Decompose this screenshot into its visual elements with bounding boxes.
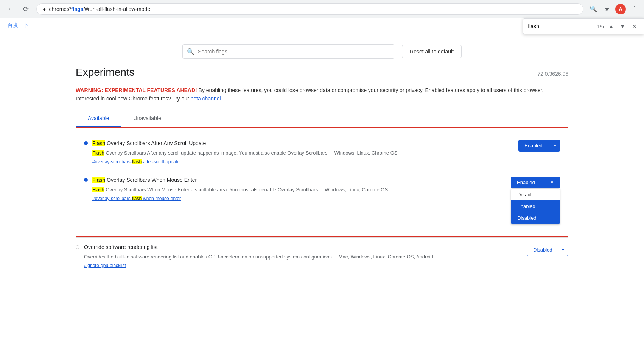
flag-link-highlight-2: flash (132, 196, 142, 201)
flag-dropdown-open-header-2[interactable]: Enabled (511, 177, 560, 188)
flag-item-1: Flash Overlay Scrollbars After Any Scrol… (84, 134, 560, 170)
flag-title-highlight-2: Flash (92, 177, 105, 183)
address-bar[interactable]: ● chrome://flags/#run-all-flash-in-allow… (36, 3, 583, 15)
warning-prefix: WARNING: EXPERIMENTAL FEATURES AHEAD! (76, 87, 197, 93)
tab-available[interactable]: Available (76, 111, 121, 127)
highlighted-flags-wrapper: Flash Overlay Scrollbars After Any Scrol… (76, 127, 568, 237)
search-icon: 🔍 (187, 48, 194, 55)
find-prev-button[interactable]: ▲ (607, 22, 615, 31)
version-number: 72.0.3626.96 (537, 71, 568, 77)
find-bar: 1/6 ▲ ▼ ✕ (523, 18, 644, 34)
flag-control-1: Enabled (518, 140, 560, 152)
tabs-row: Available Unavailable (76, 111, 568, 127)
flag-title-1: Flash Overlay Scrollbars After Any Scrol… (92, 140, 514, 147)
flag-link-2: #overlay-scrollbars-flash-when-mouse-ent… (92, 195, 506, 201)
experiments-title: Experiments (76, 66, 135, 78)
flag-desc-3: Overrides the built-in software renderin… (84, 253, 522, 261)
flag-title-2: Flash Overlay Scrollbars When Mouse Ente… (92, 177, 506, 184)
flag-desc-highlight-1: Flash (92, 150, 104, 156)
search-icon-button[interactable]: 🔍 (588, 4, 599, 14)
flag-dot-3 (76, 245, 79, 249)
flag-content-1: Flash Overlay Scrollbars After Any Scrol… (92, 140, 514, 164)
flag-link-prefix-1[interactable]: #overlay-scrollbars-flash-after-scroll-u… (92, 159, 180, 164)
profile-avatar: A (615, 4, 626, 14)
menu-button[interactable]: ⋮ (629, 4, 639, 14)
flag-content-2: Flash Overlay Scrollbars When Mouse Ente… (92, 177, 506, 201)
warning-body: By enabling these features, you could lo… (199, 87, 544, 93)
beta-channel-link[interactable]: beta channel (190, 95, 221, 102)
toolbar-icons: 🔍 ★ A ⋮ (588, 4, 639, 14)
flag-content-3: Override software rendering list Overrid… (84, 244, 522, 268)
dropdown-option-disabled-2[interactable]: Disabled (511, 212, 560, 224)
address-text: chrome://flags/#run-all-flash-in-allow-m… (49, 6, 577, 12)
interest-suffix: . (222, 95, 224, 102)
dropdown-option-default-2[interactable]: Default (511, 189, 560, 200)
flag-item-2: Flash Overlay Scrollbars When Mouse Ente… (84, 170, 560, 230)
profile-button[interactable]: A (615, 4, 626, 14)
dropdown-option-enabled-2[interactable]: Enabled (511, 200, 560, 212)
flag-desc-rest-1: Overlay Scrollbars After any scroll upda… (106, 150, 397, 156)
baidu-link[interactable]: 百度一下 (8, 22, 29, 29)
reset-all-button[interactable]: Reset all to default (402, 45, 462, 58)
flag-dropdown-3[interactable]: Disabled (527, 244, 568, 256)
search-input[interactable] (182, 44, 394, 59)
browser-bar: ← ⟳ ● chrome://flags/#run-all-flash-in-a… (0, 0, 644, 18)
find-next-button[interactable]: ▼ (618, 22, 627, 31)
flag-link-prefix-2[interactable]: #overlay-scrollbars-flash-when-mouse-ent… (92, 196, 181, 201)
find-close-button[interactable]: ✕ (630, 22, 639, 31)
bookmark-icon[interactable]: ★ (602, 4, 612, 14)
find-count: 1/6 (597, 23, 604, 29)
flag-dropdown-menu-2: Default Enabled Disabled (511, 188, 560, 224)
flag-link-3: #ignore-gpu-blacklist (84, 262, 522, 268)
flags-list: Flash Overlay Scrollbars After Any Scrol… (76, 127, 568, 274)
flag-link-1: #overlay-scrollbars-flash-after-scroll-u… (92, 158, 514, 164)
flag-item-3: Override software rendering list Overrid… (76, 237, 568, 274)
interest-text: Interested in cool new Chrome features? … (76, 95, 190, 102)
flag-control-3: Disabled (527, 244, 568, 256)
flag-desc-rest-2: Overlay Scrollbars When Mouse Enter a sc… (106, 187, 388, 192)
flag-title-highlight-1: Flash (92, 140, 105, 146)
flag-title-rest-1: Overlay Scrollbars After Any Scroll Upda… (107, 140, 206, 146)
flag-dot-2 (84, 178, 88, 182)
search-container: 🔍 (182, 44, 394, 59)
tab-unavailable[interactable]: Unavailable (121, 111, 173, 127)
flag-desc-2: Flash Overlay Scrollbars When Mouse Ente… (92, 186, 506, 194)
flag-title-rest-2: Overlay Scrollbars When Mouse Enter (107, 177, 197, 183)
flag-title-3: Override software rendering list (84, 244, 522, 251)
flag-control-2: Enabled Default Enabled Disabled (511, 177, 560, 224)
flag-desc-1: Flash Overlay Scrollbars After any scrol… (92, 149, 514, 157)
flag-anchor-3[interactable]: #ignore-gpu-blacklist (84, 263, 126, 268)
flag-dot-1 (84, 141, 88, 145)
flags-header: 🔍 Reset all to default (0, 33, 644, 66)
flag-link-highlight-1: flash (132, 159, 142, 164)
back-button[interactable]: ← (5, 3, 17, 15)
reload-button[interactable]: ⟳ (20, 3, 32, 15)
flag-dropdown-1[interactable]: Enabled (518, 140, 560, 152)
flag-desc-highlight-2: Flash (92, 187, 104, 192)
experiments-title-row: Experiments 72.0.3626.96 (76, 66, 568, 78)
nav-icons: ← ⟳ (5, 3, 32, 15)
lock-icon: ● (43, 6, 46, 12)
find-input[interactable] (528, 23, 594, 29)
experiments-section: Experiments 72.0.3626.96 WARNING: EXPERI… (0, 66, 644, 282)
warning-box: WARNING: EXPERIMENTAL FEATURES AHEAD! By… (76, 86, 568, 103)
